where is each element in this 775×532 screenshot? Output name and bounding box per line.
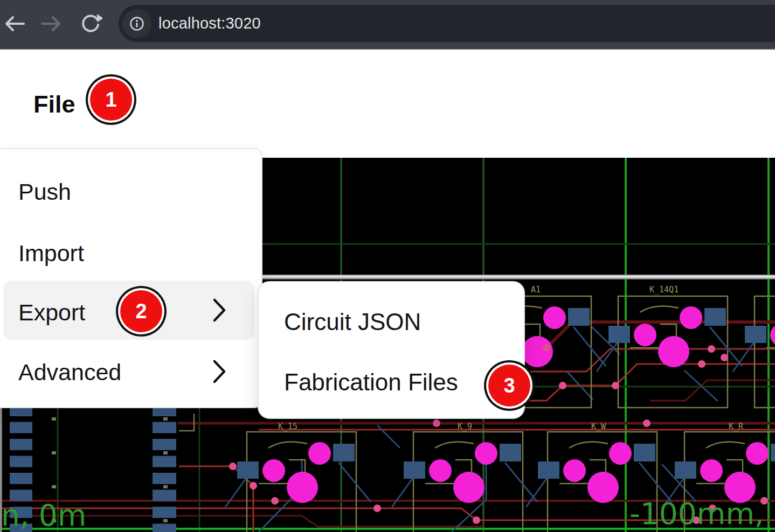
forward-icon[interactable] <box>40 12 64 36</box>
footprint-label: K_W <box>591 422 606 431</box>
badge-number: 3 <box>503 374 515 397</box>
menu-item-advanced[interactable]: Advanced <box>18 359 121 385</box>
footprint-label: K_R <box>729 422 744 431</box>
viewer-left-edge <box>0 408 2 532</box>
coordinate-label-bottom-right: -100mm, 0m <box>629 496 775 531</box>
badge-number: 2 <box>135 300 147 323</box>
chevron-right-icon <box>212 359 226 384</box>
menu-item-push[interactable]: Push <box>18 179 71 205</box>
footprint-label: K_14Q1 <box>649 285 679 295</box>
coordinate-label-bottom-left: n, 0m <box>1 498 86 532</box>
file-menu-button[interactable]: File <box>33 90 75 118</box>
footprint-label: A1 <box>531 285 541 295</box>
browser-toolbar: localhost:3020 <box>0 0 775 50</box>
submenu-item-circuit-json[interactable]: Circuit JSON <box>284 309 421 335</box>
info-icon <box>129 16 144 31</box>
annotation-badge-1: 1 <box>90 79 132 121</box>
annotation-badge-2: 2 <box>120 290 162 332</box>
export-submenu: Circuit JSON Fabrication Files <box>258 281 525 419</box>
file-menu-dropdown: Push Import Export Advanced <box>0 148 262 408</box>
menu-item-export-label: Export <box>18 299 85 325</box>
chevron-right-icon <box>212 298 226 323</box>
reload-icon[interactable] <box>79 12 102 36</box>
address-bar[interactable]: localhost:3020 <box>119 5 775 42</box>
annotation-badge-3: 3 <box>488 365 530 407</box>
menu-item-import[interactable]: Import <box>18 240 84 266</box>
submenu-item-fabrication-files[interactable]: Fabrication Files <box>284 369 458 396</box>
site-info-button[interactable] <box>122 9 151 38</box>
badge-number: 1 <box>105 88 116 111</box>
footprint-label: K_9 <box>458 422 472 431</box>
back-icon[interactable] <box>2 12 26 36</box>
footprint-label: K_15 <box>278 422 297 431</box>
url-text[interactable]: localhost:3020 <box>158 15 261 32</box>
